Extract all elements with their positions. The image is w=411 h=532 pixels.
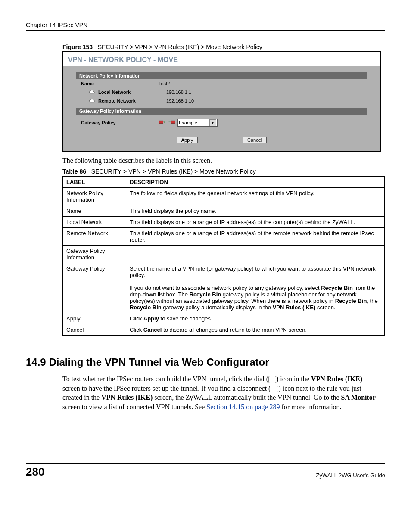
apply-button[interactable]: Apply: [177, 137, 198, 143]
table-label: Table 86: [62, 168, 86, 175]
cancel-button[interactable]: Cancel: [243, 137, 267, 143]
table-path: SECURITY > VPN > VPN Rules (IKE) > Move …: [91, 168, 256, 175]
gateway-policy-select[interactable]: Example ▼: [177, 119, 218, 127]
section-paragraph: To test whether the IPSec routers can bu…: [62, 374, 381, 411]
page-header: Chapter 14 IPSec VPN: [26, 22, 385, 31]
table-row: Local Network This field displays one or…: [63, 217, 385, 228]
cell-label: Name: [63, 205, 126, 217]
gateway-icon: [159, 119, 166, 126]
remote-network-label: Remote Network: [98, 98, 136, 103]
table-row: Gateway Policy Select the name of a VPN …: [63, 263, 385, 313]
figure-path: SECURITY > VPN > VPN Rules (IKE) > Move …: [98, 44, 262, 50]
cell-desc: [126, 246, 385, 263]
screenshot-panel: VPN - NETWORK POLICY - MOVE Network Poli…: [62, 51, 381, 152]
name-value: Test2: [159, 81, 170, 86]
section-network-policy-info: Network Policy Information: [76, 72, 367, 79]
remote-network-value: 192.168.1.10: [166, 98, 194, 103]
cell-label: Gateway Policy Information: [63, 246, 126, 263]
cell-desc: This field displays one or a range of IP…: [126, 217, 385, 228]
dial-icon: [268, 376, 276, 383]
cloud-icon: [89, 90, 96, 95]
table-row: Remote Network This field displays one o…: [63, 228, 385, 246]
cell-desc: This field displays one or a range of IP…: [126, 228, 385, 246]
chapter-label: Chapter 14 IPSec VPN: [26, 22, 87, 28]
cell-desc: This field displays the policy name.: [126, 205, 385, 217]
page-number: 280: [26, 465, 44, 479]
page-footer: 280 ZyWALL 2WG User's Guide: [26, 463, 385, 479]
description-table: LABEL DESCRIPTION Network Policy Informa…: [62, 176, 385, 336]
cell-label: Apply: [63, 313, 126, 324]
table-caption: Table 86 SECURITY > VPN > VPN Rules (IKE…: [62, 168, 385, 175]
svg-rect-1: [171, 121, 175, 123]
section-gateway-policy-info: Gateway Policy Information: [76, 108, 367, 115]
local-network-label: Local Network: [98, 90, 131, 95]
table-intro: The following table describes the labels…: [62, 157, 381, 165]
cell-desc: The following fields display the general…: [126, 188, 385, 205]
gateway-policy-label: Gateway Policy: [81, 120, 116, 125]
chevron-down-icon: ▼: [209, 119, 216, 126]
th-description: DESCRIPTION: [126, 176, 385, 188]
cross-ref-link[interactable]: Section 14.15 on page 289: [206, 403, 280, 411]
th-label: LABEL: [63, 176, 126, 188]
name-label: Name: [81, 81, 94, 86]
cell-desc: Click Cancel to discard all changes and …: [126, 324, 385, 336]
table-row: Gateway Policy Information: [63, 246, 385, 263]
local-network-value: 190.168.1.1: [166, 90, 191, 95]
cell-label: Network Policy Information: [63, 188, 126, 205]
table-row: Cancel Click Cancel to discard all chang…: [63, 324, 385, 336]
section-heading: 14.9 Dialing the VPN Tunnel via Web Conf…: [26, 356, 385, 368]
gateway-icon: [168, 119, 176, 126]
table-row: Network Policy Information The following…: [63, 188, 385, 205]
cell-label: Local Network: [63, 217, 126, 228]
table-row: Apply Click Apply to save the changes.: [63, 313, 385, 324]
svg-rect-0: [159, 121, 163, 123]
cell-desc: Select the name of a VPN rule (or gatewa…: [126, 263, 385, 313]
cell-label: Cancel: [63, 324, 126, 336]
cell-desc: Click Apply to save the changes.: [126, 313, 385, 324]
cell-label: Remote Network: [63, 228, 126, 246]
select-value: Example: [179, 120, 197, 125]
cell-label: Gateway Policy: [63, 263, 126, 313]
cloud-icon: [89, 98, 96, 103]
panel-title: VPN - NETWORK POLICY - MOVE: [63, 52, 380, 66]
disconnect-icon: [271, 386, 278, 392]
table-row: Name This field displays the policy name…: [63, 205, 385, 217]
guide-title: ZyWALL 2WG User's Guide: [316, 472, 385, 479]
figure-caption: Figure 153 SECURITY > VPN > VPN Rules (I…: [62, 44, 385, 50]
figure-label: Figure 153: [62, 44, 93, 50]
